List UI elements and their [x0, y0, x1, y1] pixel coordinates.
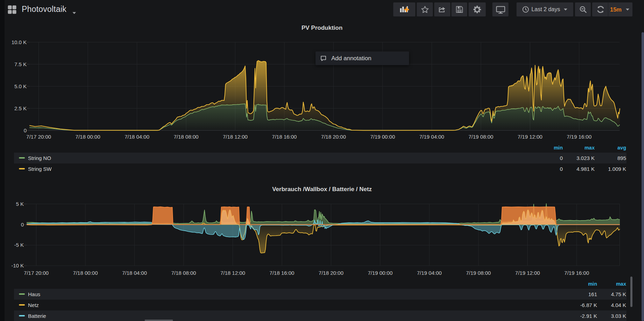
svg-text:5 K: 5 K [16, 201, 24, 207]
svg-text:10.0 K: 10.0 K [12, 39, 27, 45]
svg-text:7/19 12:00: 7/19 12:00 [518, 134, 542, 140]
svg-text:0: 0 [21, 222, 24, 228]
svg-text:7/17 20:00: 7/17 20:00 [24, 270, 49, 276]
svg-text:7/18 08:00: 7/18 08:00 [174, 134, 199, 140]
svg-text:7/19 04:00: 7/19 04:00 [417, 270, 442, 276]
svg-text:-5 K: -5 K [14, 242, 24, 248]
svg-text:7/18 04:00: 7/18 04:00 [125, 134, 150, 140]
svg-text:7/18 16:00: 7/18 16:00 [272, 134, 297, 140]
svg-text:7/18 04:00: 7/18 04:00 [122, 270, 147, 276]
svg-text:7/18 16:00: 7/18 16:00 [270, 270, 295, 276]
svg-text:7.5 K: 7.5 K [14, 61, 27, 67]
svg-text:7/19 08:00: 7/19 08:00 [466, 270, 491, 276]
svg-text:7/19 00:00: 7/19 00:00 [370, 134, 395, 140]
svg-text:7/18 08:00: 7/18 08:00 [171, 270, 196, 276]
svg-text:7/18 20:00: 7/18 20:00 [319, 270, 344, 276]
svg-text:-10 K: -10 K [11, 263, 24, 268]
svg-text:0: 0 [24, 127, 27, 133]
svg-text:7/18 12:00: 7/18 12:00 [223, 134, 248, 140]
svg-text:7/18 00:00: 7/18 00:00 [75, 134, 100, 140]
svg-text:2.5 K: 2.5 K [14, 105, 27, 111]
svg-text:7/17 20:00: 7/17 20:00 [26, 134, 51, 140]
svg-text:7/19 04:00: 7/19 04:00 [419, 134, 444, 140]
svg-text:7/19 16:00: 7/19 16:00 [564, 270, 589, 276]
svg-text:7/18 00:00: 7/18 00:00 [73, 270, 98, 276]
svg-text:7/19 08:00: 7/19 08:00 [469, 134, 493, 140]
svg-text:5.0 K: 5.0 K [14, 83, 27, 89]
svg-text:7/19 12:00: 7/19 12:00 [515, 270, 540, 276]
svg-text:7/19 00:00: 7/19 00:00 [368, 270, 393, 276]
svg-text:7/18 20:00: 7/18 20:00 [321, 134, 346, 140]
svg-text:7/18 12:00: 7/18 12:00 [220, 270, 245, 276]
svg-text:7/19 16:00: 7/19 16:00 [567, 134, 591, 140]
